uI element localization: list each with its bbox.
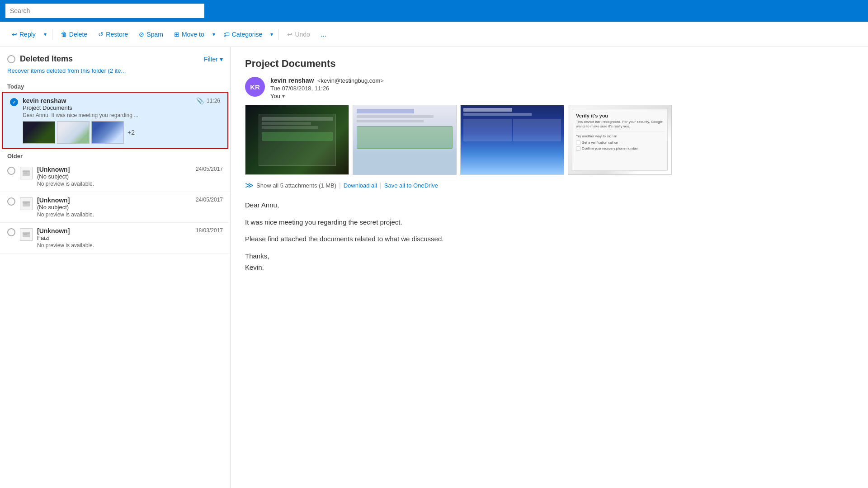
email-checkbox-older-0[interactable] [7, 167, 15, 175]
delete-button[interactable]: 🗑 Delete [56, 28, 92, 41]
expand-recipients-icon[interactable]: ▾ [282, 93, 285, 99]
categorise-label: Categorise [232, 31, 263, 38]
folder-title-row: Deleted Items [7, 54, 73, 64]
reply-button[interactable]: ↩ Reply [7, 28, 40, 41]
email-date-display: Tue 07/08/2018, 11:26 [270, 85, 854, 92]
move-to-button[interactable]: ⊞ Move to [170, 28, 209, 41]
attachments-actions: ≫ Show all 5 attachments (1 MB) | Downlo… [245, 180, 854, 190]
email-checkbox-older-2[interactable] [7, 228, 15, 236]
unknown-icon-2 [20, 228, 33, 241]
toolbar: ↩ Reply ▾ 🗑 Delete ↺ Restore ⊘ Spam ⊞ Mo… [0, 22, 868, 47]
search-input[interactable] [10, 7, 200, 14]
attachment-thumb-4[interactable]: Verify it's you This device isn't recogn… [568, 105, 672, 175]
restore-button[interactable]: ↺ Restore [94, 28, 132, 41]
email-date-older-2: 18/03/2017 [196, 227, 223, 234]
email-preview-older-2: No preview is available. [37, 242, 223, 249]
email-subject-older-2: Faizi [37, 235, 223, 241]
email-date-older-0: 24/05/2017 [196, 166, 223, 172]
attachment-icon-0: 📎 [196, 97, 204, 104]
spam-button[interactable]: ⊘ Spam [134, 28, 168, 41]
email-thumb-1 [23, 121, 55, 144]
save-onedrive-button[interactable]: Save all to OneDrive [384, 182, 438, 189]
email-content-older-2: [Unknown] 18/03/2017 Faizi No preview is… [37, 227, 223, 249]
attachment-thumb-1[interactable] [245, 105, 349, 175]
spam-icon: ⊘ [139, 31, 144, 38]
email-preview-older-1: No preview is available. [37, 211, 223, 218]
email-item-older-0[interactable]: [Unknown] 24/05/2017 (No subject) No pre… [0, 161, 230, 192]
download-all-button[interactable]: Download all [344, 182, 377, 189]
thumbnails-row-0: +2 [23, 121, 220, 144]
thumb-more-label: +2 [127, 129, 135, 136]
recover-link[interactable]: Recover items deleted from this folder (… [0, 67, 230, 80]
email-content-0: kevin renshaw 📎 11:26 Project Documents … [23, 97, 220, 144]
email-sender-older-1: [Unknown] [37, 197, 70, 204]
body-line4: Thanks, Kevin. [245, 250, 854, 273]
move-to-label: Move to [182, 31, 204, 38]
delete-icon: 🗑 [61, 31, 67, 38]
you-text: You [270, 93, 280, 99]
body-line1: Dear Annu, [245, 199, 854, 211]
sender-name-email: kevin renshaw <kevin@testingbug.com> [270, 77, 854, 84]
search-bar [0, 0, 868, 22]
body-line2: It was nice meeting you regarding the se… [245, 216, 854, 228]
email-subject-older-0: (No subject) [37, 173, 223, 180]
you-row: You ▾ [270, 93, 854, 99]
more-label: ... [321, 31, 326, 38]
attachment-thumb-2[interactable] [353, 105, 457, 175]
move-to-dropdown-button[interactable]: ▾ [211, 28, 217, 40]
email-top-row-older-0: [Unknown] 24/05/2017 [37, 166, 223, 173]
undo-button[interactable]: ↩ Undo [283, 28, 314, 41]
attach-sep-2: | [380, 182, 382, 189]
email-sender-0: kevin renshaw [23, 97, 66, 104]
email-subject-older-1: (No subject) [37, 204, 223, 211]
toolbar-divider-2 [278, 29, 279, 40]
email-preview-0: Dear Annu, It was nice meeting you regar… [23, 112, 220, 118]
undo-label: Undo [295, 31, 310, 38]
filter-button[interactable]: Filter ▾ [204, 56, 223, 63]
reply-icon: ↩ [12, 31, 17, 38]
folder-select-checkbox[interactable] [7, 55, 15, 63]
search-input-wrapper[interactable] [5, 4, 204, 18]
filter-chevron-icon: ▾ [220, 56, 223, 63]
email-top-row-older-2: [Unknown] 18/03/2017 [37, 227, 223, 235]
email-thumb-2 [57, 121, 90, 144]
email-view-title: Project Documents [245, 58, 854, 70]
spam-label: Spam [146, 31, 163, 38]
email-thumb-3 [91, 121, 124, 144]
reply-dropdown-button[interactable]: ▾ [42, 28, 48, 40]
attachment-thumb-3[interactable] [460, 105, 564, 175]
move-to-icon: ⊞ [174, 31, 179, 38]
reply-label: Reply [19, 31, 36, 38]
expand-attachments-icon[interactable]: ≫ [245, 180, 254, 190]
email-item-selected[interactable]: kevin renshaw 📎 11:26 Project Documents … [2, 92, 228, 149]
sender-name: kevin renshaw [270, 77, 314, 84]
more-button[interactable]: ... [316, 28, 331, 41]
email-content-older-1: [Unknown] 24/05/2017 (No subject) No pre… [37, 197, 223, 218]
email-date-older-1: 24/05/2017 [196, 197, 223, 203]
today-section-label: Today [0, 80, 230, 92]
sender-email-close: > [380, 77, 384, 84]
restore-label: Restore [106, 31, 128, 38]
email-checkbox-older-1[interactable] [7, 197, 15, 206]
categorise-button[interactable]: 🏷 Categorise [219, 28, 267, 41]
older-section-label: Older [0, 149, 230, 161]
right-panel: Project Documents KR kevin renshaw <kevi… [231, 47, 868, 488]
undo-icon: ↩ [287, 31, 292, 38]
email-item-older-1[interactable]: [Unknown] 24/05/2017 (No subject) No pre… [0, 192, 230, 223]
avatar: KR [245, 77, 265, 97]
email-item-older-2[interactable]: [Unknown] 18/03/2017 Faizi No preview is… [0, 223, 230, 253]
categorise-dropdown-button[interactable]: ▾ [269, 28, 275, 40]
categorise-icon: 🏷 [223, 31, 230, 38]
toolbar-divider-1 [52, 29, 52, 40]
email-checkbox-checked[interactable] [10, 98, 18, 106]
email-sender-older-0: [Unknown] [37, 166, 70, 173]
left-panel: Deleted Items Filter ▾ Recover items del… [0, 47, 231, 488]
email-subject-0: Project Documents [23, 104, 220, 111]
folder-header: Deleted Items Filter ▾ [0, 47, 230, 67]
main-layout: Deleted Items Filter ▾ Recover items del… [0, 47, 868, 488]
email-preview-older-0: No preview is available. [37, 181, 223, 187]
attachments-label[interactable]: Show all 5 attachments (1 MB) [256, 182, 336, 189]
attach-sep-1: | [339, 182, 341, 189]
email-meta-0: 📎 11:26 [196, 97, 220, 104]
folder-title: Deleted Items [20, 54, 73, 64]
